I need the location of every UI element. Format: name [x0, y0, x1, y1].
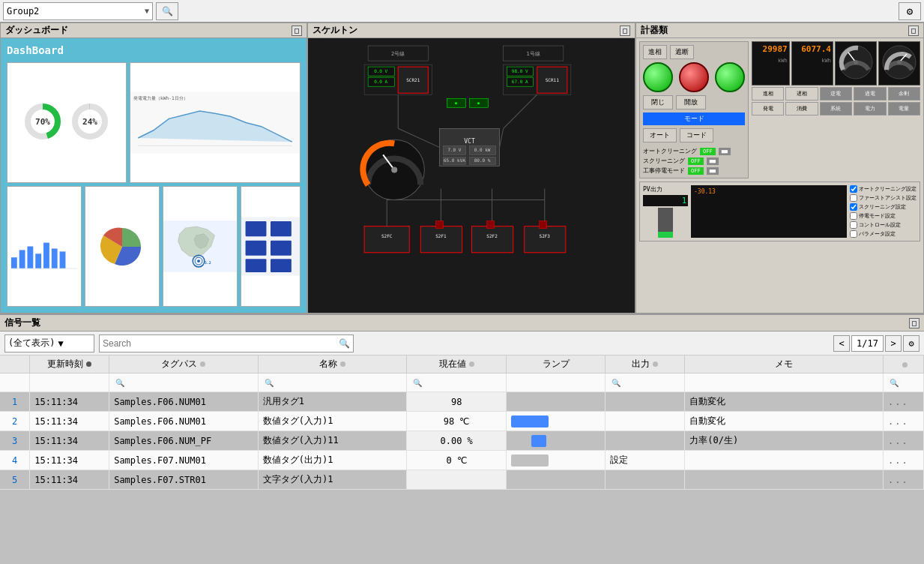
toggle-on-1[interactable]: OFF [700, 148, 716, 155]
row-more-button[interactable]: ... [884, 470, 924, 490]
signal-settings-button[interactable]: ⚙ [903, 335, 920, 352]
grid-cell-4[interactable]: 過電 [854, 87, 886, 100]
analog-gauge-1 [835, 41, 877, 86]
signal-list-header: 信号一覧 □ [0, 315, 924, 332]
toggle-off-3[interactable]: ■■ [707, 167, 719, 175]
pv-value: 1 [643, 195, 688, 206]
checkbox-5[interactable] [850, 221, 857, 229]
tagpath-search-icon[interactable]: 🔍 [114, 376, 126, 388]
svg-text:80.0 %: 80.0 % [474, 158, 491, 163]
dashboard-restore-button[interactable]: □ [292, 26, 302, 36]
donut-wrap-1: 70% [22, 101, 64, 144]
row-number[interactable]: 1 [0, 392, 30, 412]
grid-cell-10[interactable]: 電量 [888, 102, 920, 116]
open-btn[interactable]: 開放 [676, 95, 706, 110]
meters-restore-button[interactable]: □ [908, 26, 919, 36]
svg-rect-13 [35, 254, 41, 268]
svg-text:1号線: 1号線 [527, 50, 540, 57]
page-next-button[interactable]: > [885, 335, 902, 352]
row-time: 15:11:34 [30, 451, 109, 470]
col-value: 現在値 [407, 356, 506, 374]
search-button[interactable]: 🔍 [156, 2, 178, 20]
row-more-button[interactable]: ... [884, 412, 924, 431]
memo-search-icon[interactable]: 🔍 [888, 376, 900, 388]
dash-row-1: 70% 24% [7, 62, 301, 183]
row-number[interactable]: 5 [0, 470, 30, 490]
grid-cell-6[interactable]: 発電 [752, 102, 784, 116]
row-tagpath: Samples.F06.NUM_PF [109, 431, 259, 451]
signal-list-restore[interactable]: □ [909, 318, 920, 328]
grid-cell-8[interactable]: 系統 [820, 102, 852, 116]
checkbox-label-4: 停電モード設定 [859, 212, 896, 220]
grid-cell-1[interactable]: 進相 [752, 87, 784, 100]
svg-rect-27 [246, 241, 267, 256]
group-selector[interactable]: Group2 ▼ [3, 2, 153, 20]
donut-chart-1: 70% [22, 101, 64, 142]
checkbox-4[interactable] [850, 212, 857, 220]
svg-rect-84 [435, 221, 443, 229]
toggle-on-2[interactable]: OFF [688, 158, 704, 165]
toggle-row-1: オートクリーニング OFF ■■ [643, 147, 745, 155]
row-memo [685, 451, 884, 470]
svg-rect-15 [52, 248, 58, 268]
row-memo [685, 470, 884, 490]
search-lamp [506, 374, 605, 392]
filter-select[interactable]: (全て表示) ▼ [4, 334, 94, 352]
svg-text:65.0 kVA: 65.0 kVA [444, 158, 465, 163]
toggle-label-1: オートクリーニング [643, 147, 697, 155]
pagination: < 1/17 > ⚙ [833, 335, 920, 352]
name-search-icon[interactable]: 🔍 [263, 376, 275, 388]
checkbox-1[interactable] [850, 185, 857, 193]
toggle-label-2: スクリーニング [643, 157, 685, 165]
grid-cell-2[interactable]: 遅相 [785, 87, 818, 100]
row-tagpath: Samples.F07.STR01 [109, 470, 259, 490]
bar-chart [7, 187, 81, 306]
close-btn[interactable]: 閉じ [643, 95, 673, 110]
analog-meters: 29987 kWh 6077.4 kWh [752, 41, 920, 178]
page-prev-button[interactable]: < [833, 335, 850, 352]
skeleton-restore-button[interactable]: □ [620, 26, 630, 36]
checkbox-3[interactable] [850, 203, 857, 211]
col-tagpath: タグパス [109, 356, 259, 374]
output-search-icon[interactable]: 🔍 [610, 376, 622, 388]
toggle-on-3[interactable]: OFF [688, 167, 704, 175]
row-time: 15:11:34 [30, 431, 109, 451]
mode-buttons: オート コード [643, 128, 745, 142]
dashboard-panel: ダッシュボード □ DashBoard 70% [0, 22, 307, 314]
toggle-off-2[interactable]: ■■ [707, 158, 719, 165]
grid-cell-9[interactable]: 電力 [854, 102, 886, 116]
grid-cell-7[interactable]: 消費 [785, 102, 818, 116]
search-time [30, 374, 109, 392]
checkbox-item-1: オートクリーニング設定 [850, 185, 917, 193]
toggle-off-1[interactable]: ■■ [719, 148, 731, 155]
skeleton-content: 2号線 1号線 0.0 V 0.0 A SCR21 98.0 V [308, 38, 635, 313]
map-cell: 5.2 [163, 186, 238, 307]
table-search-row: 🔍 🔍 🔍 🔍 🔍 [0, 374, 924, 392]
row-number[interactable]: 2 [0, 412, 30, 431]
grid-cell-3[interactable]: 逆電 [820, 87, 852, 100]
analog-row-1: 29987 kWh 6077.4 kWh [752, 41, 920, 86]
row-number[interactable]: 3 [0, 431, 30, 451]
mode-btn2[interactable]: コード [680, 128, 713, 142]
mode-btn1[interactable]: オート [643, 128, 677, 142]
svg-text:0.0 A: 0.0 A [374, 79, 387, 84]
donut-charts-cell: 70% 24% [7, 62, 127, 183]
row-name: 数値タグ(出力)1 [258, 451, 407, 470]
grid-cell-5[interactable]: 余剰 [888, 87, 920, 100]
value-search-icon[interactable]: 🔍 [411, 376, 423, 388]
svg-text:S2F1: S2F1 [435, 233, 447, 238]
search-box[interactable]: 🔍 [99, 334, 354, 352]
svg-point-89 [854, 60, 858, 64]
checkbox-6[interactable] [850, 230, 857, 238]
row-more-button[interactable]: ... [884, 451, 924, 470]
row-number[interactable]: 4 [0, 451, 30, 470]
checkbox-2[interactable] [850, 194, 857, 202]
settings-button[interactable]: ⚙ [899, 2, 921, 20]
svg-rect-30 [271, 259, 292, 272]
search-input[interactable] [103, 338, 339, 349]
row-more-button[interactable]: ... [884, 431, 924, 451]
svg-rect-12 [27, 247, 33, 268]
dashboard-inner: DashBoard 70% [1, 38, 307, 313]
svg-text:VCT: VCT [464, 138, 475, 145]
row-more-button[interactable]: ... [884, 392, 924, 412]
